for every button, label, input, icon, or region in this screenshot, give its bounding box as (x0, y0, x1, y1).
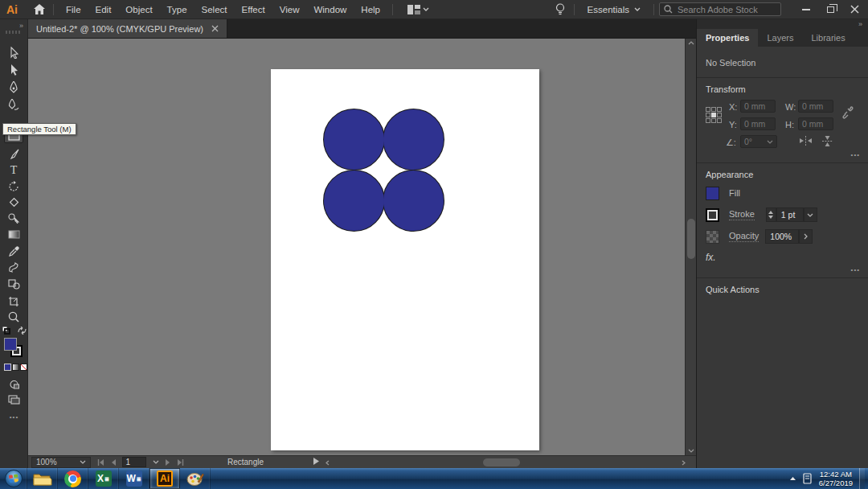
link-dimensions-icon[interactable] (841, 104, 854, 121)
fill-swatch[interactable] (706, 187, 719, 200)
menu-type[interactable]: Type (160, 5, 194, 14)
zoom-level-dropdown[interactable]: 100% (31, 457, 91, 468)
paintbrush-tool[interactable] (4, 146, 23, 162)
eyedropper-tool[interactable] (4, 244, 23, 259)
taskbar-excel[interactable]: X≣ (88, 468, 119, 489)
reference-point-grid[interactable] (706, 107, 722, 123)
gradient-swatch[interactable] (12, 364, 19, 371)
angle-dropdown[interactable]: 0° (740, 135, 777, 148)
tools-drag-handle[interactable] (6, 31, 22, 34)
transform-more-options-icon[interactable]: ••• (851, 151, 860, 158)
selection-tool[interactable] (4, 45, 23, 60)
menu-help[interactable]: Help (354, 5, 387, 14)
menu-edit[interactable]: Edit (88, 5, 119, 14)
taskbar-chrome[interactable] (58, 468, 88, 489)
first-artboard-icon[interactable] (97, 459, 104, 466)
vertical-scroll-thumb[interactable] (687, 219, 695, 259)
stroke-weight-value[interactable]: 1 pt (776, 208, 804, 222)
opacity-value[interactable]: 100% (765, 229, 799, 244)
tab-properties[interactable]: Properties (697, 29, 758, 47)
start-button[interactable] (0, 468, 27, 489)
minimize-button[interactable] (797, 3, 815, 16)
taskbar-word[interactable]: W≣ (119, 468, 149, 489)
gradient-tool[interactable] (4, 227, 23, 242)
tab-close-icon[interactable] (211, 24, 219, 34)
scroll-right-icon[interactable] (682, 460, 686, 466)
show-desktop-button[interactable] (859, 468, 865, 489)
stroke-label[interactable]: Stroke (729, 209, 755, 220)
shape-builder-tool[interactable] (4, 277, 23, 292)
zoom-tool[interactable] (4, 309, 23, 324)
menu-effect[interactable]: Effect (235, 5, 272, 14)
menu-file[interactable]: File (59, 5, 88, 14)
scroll-up-icon[interactable] (688, 41, 694, 45)
y-field[interactable]: 0 mm (740, 117, 776, 130)
fx-button[interactable]: fx. (706, 252, 716, 263)
menu-select[interactable]: Select (194, 5, 235, 14)
stroke-weight-dropdown[interactable] (804, 208, 817, 222)
tab-libraries[interactable]: Libraries (802, 29, 854, 47)
x-field[interactable]: 0 mm (740, 100, 776, 113)
canvas[interactable] (28, 39, 685, 455)
default-fill-stroke-icon[interactable] (2, 327, 27, 336)
restore-button[interactable] (821, 3, 839, 16)
rotate-tool[interactable] (4, 179, 23, 194)
scroll-down-icon[interactable] (688, 449, 694, 453)
opacity-options-icon[interactable] (799, 229, 813, 244)
artboard[interactable] (271, 69, 539, 450)
horizontal-scroll-thumb[interactable] (483, 458, 520, 466)
expand-panel-icon[interactable]: » (858, 20, 863, 28)
last-artboard-icon[interactable] (177, 459, 184, 466)
flip-horizontal-icon[interactable] (800, 136, 812, 146)
lightbulb-icon[interactable] (551, 3, 569, 16)
type-tool[interactable]: T (4, 162, 23, 178)
menu-object[interactable]: Object (118, 5, 159, 14)
action-center-icon[interactable] (803, 473, 813, 484)
taskbar-clock[interactable]: 12:42 AM 6/27/2019 (819, 470, 853, 487)
previous-artboard-icon[interactable] (111, 459, 116, 466)
fill-color-swatch[interactable] (4, 338, 17, 351)
horizontal-scrollbar[interactable] (324, 458, 687, 467)
pen-tool[interactable] (4, 80, 23, 95)
artboard-number-dropdown[interactable]: 1 (122, 457, 146, 467)
workspace-switcher[interactable]: Essentials (579, 5, 649, 14)
scroll-left-icon[interactable] (326, 460, 330, 466)
taskbar-illustrator[interactable]: Ai (149, 468, 180, 489)
eraser-tool[interactable] (4, 195, 23, 210)
search-input[interactable] (676, 4, 764, 15)
scale-tool[interactable] (4, 211, 23, 226)
w-field[interactable]: 0 mm (798, 100, 833, 113)
none-swatch[interactable] (20, 364, 27, 371)
show-hidden-icons-icon[interactable] (789, 476, 796, 481)
h-field[interactable]: 0 mm (798, 117, 833, 130)
menu-view[interactable]: View (272, 5, 307, 14)
drawing-modes-icon[interactable] (4, 376, 23, 392)
artboard-chevron-icon[interactable] (153, 460, 159, 464)
taskbar-paint[interactable] (180, 468, 211, 489)
adobe-stock-search[interactable] (659, 2, 781, 16)
menu-window[interactable]: Window (306, 5, 354, 14)
opacity-label[interactable]: Opacity (729, 231, 759, 242)
color-swatch[interactable] (4, 364, 11, 371)
arrange-documents-icon[interactable] (404, 3, 432, 16)
more-tools-icon[interactable]: ••• (0, 413, 28, 421)
blend-tool[interactable] (4, 260, 23, 275)
status-play-icon[interactable] (313, 458, 319, 466)
flip-vertical-icon[interactable] (822, 136, 833, 146)
stroke-swatch[interactable] (706, 208, 719, 222)
artboard-tool[interactable] (4, 294, 23, 309)
screen-mode-icon[interactable] (4, 392, 23, 407)
opacity-swatch[interactable] (706, 230, 719, 244)
tab-layers[interactable]: Layers (758, 29, 802, 47)
next-artboard-icon[interactable] (166, 459, 170, 466)
vertical-scrollbar[interactable] (685, 39, 696, 455)
expand-tools-icon[interactable]: » (19, 22, 24, 30)
document-tab[interactable]: Untitled-2* @ 100% (CMYK/GPU Preview) (28, 19, 227, 38)
stroke-weight-stepper[interactable] (766, 208, 776, 222)
direct-selection-tool[interactable] (4, 62, 23, 77)
curvature-tool[interactable] (4, 97, 23, 113)
taskbar-file-explorer[interactable] (27, 468, 58, 489)
appearance-more-options-icon[interactable]: ••• (851, 266, 860, 273)
close-button[interactable] (845, 3, 863, 16)
home-icon[interactable] (31, 3, 48, 16)
